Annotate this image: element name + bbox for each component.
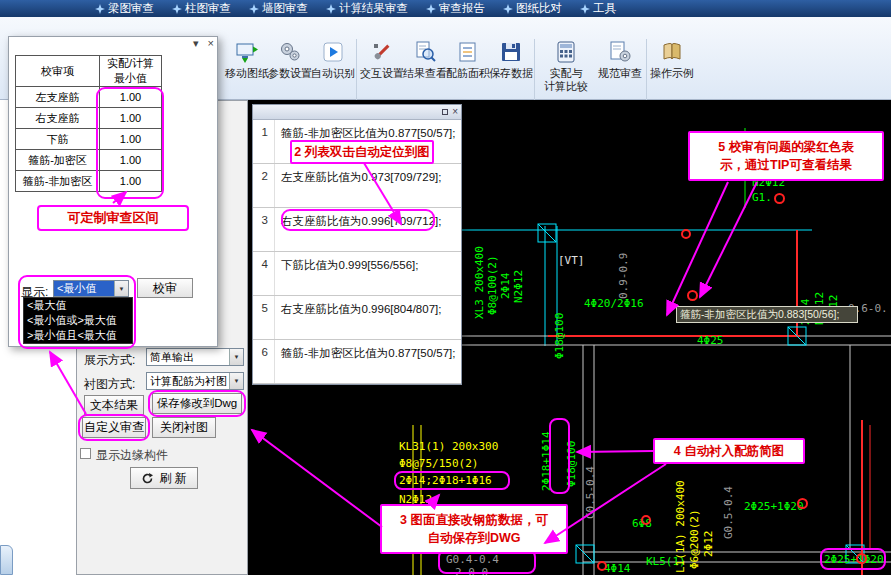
review-settings-dialog: ▾ × 校审项实配/计算 最小值 左支座筋1.00 右支座筋1.00 下筋1.0… [8,36,218,347]
list-item[interactable]: 5右支座筋比值为0.996[804/807]; [253,296,461,340]
column-header-item: 校审项 [16,56,100,87]
close-icon[interactable]: × [208,37,214,49]
tab-label: 图纸比对 [516,1,562,16]
tab-wall-review[interactable]: 墙图审查 [240,0,317,17]
dropdown-option[interactable]: <最大值 [24,298,132,313]
move-drawing-button[interactable]: 移动图纸 [225,40,269,80]
text-result-button[interactable]: 文本结果 [84,395,144,415]
table-row: 下筋1.00 [16,129,162,150]
refresh-button[interactable]: 刷 新 [130,467,198,489]
auto-recognize-button[interactable]: 自动识别 [311,40,355,80]
background-window-fragment [0,545,13,575]
row-text: 左支座筋比值为0.973[709/729]; [275,164,441,207]
backdrop-mode-select[interactable]: 计算配筋为衬图▼ [146,372,244,390]
star-icon [95,4,105,14]
note-custom-range: 可定制审查区间 [37,205,189,231]
row-number: 1 [253,120,275,163]
item-cell: 箍筋-非加密区 [16,171,100,192]
show-mode-select[interactable]: 简单输出▼ [146,348,244,366]
red-marker-circle [681,229,691,239]
chevron-down-icon[interactable]: ▼ [229,373,243,389]
edge-member-checkbox[interactable] [80,448,91,459]
row-number: 5 [253,296,275,339]
red-marker-circle [774,193,785,204]
result-view-button[interactable]: 结果查看 [403,40,447,80]
edge-member-label: 显示边缘构件 [96,447,168,464]
menu-bar: 梁图审查 柱图审查 墙图审查 计算结果审查 审查报告 图纸比对 工具 [0,0,891,17]
calculator-icon [554,40,578,64]
interactive-settings-button[interactable]: 交互设置 [360,40,404,80]
example-button[interactable]: 操作示例 [650,40,694,80]
row-text: 下筋比值为0.999[556/556]; [275,252,418,295]
dropdown-option[interactable]: >最小值且<最大值 [24,328,132,343]
button-label: 配筋面积 [446,67,490,80]
table-row: 箍筋-非加密区1.00 [16,171,162,192]
list-item[interactable]: 6箍筋-非加密区比值为0.877[50/57]; [253,340,461,384]
panel-titlebar[interactable]: × [253,105,461,120]
tab-beam-review[interactable]: 梁图审查 [86,0,163,17]
custom-review-button[interactable]: 自定义审查 [82,417,146,438]
chevron-down-icon[interactable]: ▼ [229,349,243,365]
value-cell[interactable]: 1.00 [100,150,162,171]
button-label: 移动图纸 [225,67,269,80]
callout-2-list-doubleclick: 2 列表双击自动定位到图 [290,140,434,164]
tab-review-report[interactable]: 审查报告 [417,0,494,17]
tab-calc-result-review[interactable]: 计算结果审查 [317,0,417,17]
row-number: 4 [253,252,275,295]
rebar-area-button[interactable]: 配筋面积 [446,40,490,80]
list-item[interactable]: 3右支座筋比值为0.996[709/712]; [253,208,461,252]
item-cell: 左支座筋 [16,87,100,108]
app-window: 梁图审查 柱图审查 墙图审查 计算结果审查 审查报告 图纸比对 工具 移动图纸 … [0,0,891,575]
star-icon [326,4,336,14]
red-marker-circle [856,553,867,564]
tab-drawing-compare[interactable]: 图纸比对 [494,0,571,17]
tools-icon [370,40,394,64]
item-cell: 右支座筋 [16,108,100,129]
close-icon[interactable]: × [452,106,458,117]
spec-review-button[interactable]: 规范审查 [598,40,642,80]
red-marker-circle [687,290,698,301]
tab-label: 工具 [593,1,616,16]
button-label: 保存数据 [489,67,533,80]
display-select[interactable]: <最小值▼ [53,280,129,297]
star-icon [172,4,182,14]
dropdown-icon[interactable]: ▾ [193,37,199,49]
row-number: 2 [253,164,275,207]
button-label: 实配与 计算比较 [544,67,588,92]
value-cell[interactable]: 1.00 [100,108,162,129]
value-cell[interactable]: 1.00 [100,87,162,108]
star-icon [503,4,513,14]
column-header-ratio: 实配/计算 最小值 [100,56,162,87]
dropdown-option[interactable]: <最小值或>最大值 [24,313,132,328]
tab-label: 墙图审查 [262,1,308,16]
book-icon [660,40,684,64]
row-text: 右支座筋比值为0.996[804/807]; [275,296,441,339]
red-marker-circle [597,561,607,571]
doc-gear-icon [608,40,632,64]
compare-actual-calc-button[interactable]: 实配与 计算比较 [538,40,594,92]
value-cell[interactable]: 1.00 [100,129,162,150]
value-cell[interactable]: 1.00 [100,171,162,192]
chevron-down-icon[interactable]: ▼ [114,281,128,296]
display-value: <最小值 [54,281,114,296]
tab-label: 计算结果审查 [339,1,408,16]
show-mode-label: 展示方式: [84,352,135,369]
save-to-dwg-button[interactable]: 保存修改到Dwg [152,393,242,414]
button-label: 交互设置 [360,67,404,80]
list-item[interactable]: 2左支座筋比值为0.973[709/729]; [253,164,461,208]
close-backdrop-button[interactable]: 关闭衬图 [152,417,216,438]
pin-icon[interactable] [442,109,448,115]
table-row: 左支座筋1.00 [16,87,162,108]
refresh-label: 刷 新 [159,470,186,487]
tab-label: 梁图审查 [108,1,154,16]
check-review-button[interactable]: 校审 [137,278,193,298]
button-label: 参数设置 [268,67,312,80]
save-data-button[interactable]: 保存数据 [489,40,533,80]
tab-column-review[interactable]: 柱图审查 [163,0,240,17]
param-settings-button[interactable]: 参数设置 [268,40,312,80]
list-item[interactable]: 4下筋比值为0.999[556/556]; [253,252,461,296]
button-label: 操作示例 [650,67,694,80]
item-cell: 箍筋-加密区 [16,150,100,171]
row-number: 3 [253,208,275,251]
tab-tools[interactable]: 工具 [571,0,625,17]
